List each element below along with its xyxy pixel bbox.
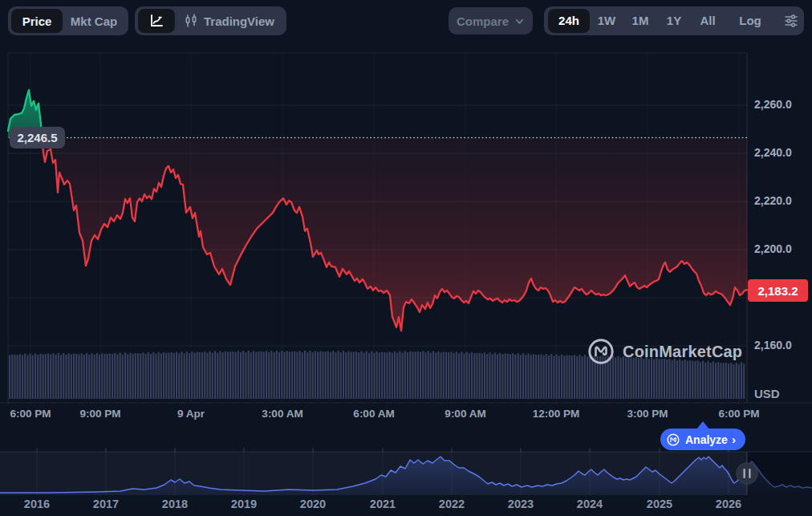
y-axis-tick: 2,200.0 <box>754 242 810 255</box>
minimap-year-tick: 2026 <box>716 498 741 510</box>
y-axis-tick: 2,240.0 <box>754 146 810 159</box>
x-axis-tick: 9 Apr <box>177 408 205 420</box>
analyze-logo-icon <box>666 433 680 447</box>
minimap-drag-handle[interactable] <box>737 463 758 485</box>
x-axis-tick: 12:00 PM <box>533 408 580 420</box>
minimap-year-tick: 2025 <box>647 498 672 510</box>
minimap-year-tick: 2024 <box>577 498 603 510</box>
x-axis-tick: 9:00 PM <box>79 408 120 420</box>
y-axis-tick: 2,220.0 <box>754 194 810 207</box>
analyze-label: Analyze <box>685 433 728 446</box>
coinmarketcap-watermark: CoinMarketCap <box>587 337 742 366</box>
analyze-button[interactable]: Analyze › <box>660 429 745 450</box>
y-axis-tick: 2,160.0 <box>754 339 810 351</box>
open-price-label: 2,246.5 <box>10 127 65 148</box>
x-axis-tick: 3:00 PM <box>627 408 668 420</box>
open-price-value: 2,246.5 <box>17 131 57 144</box>
watermark-text: CoinMarketCap <box>623 343 742 361</box>
minimap-year-tick: 2017 <box>93 498 119 510</box>
y-axis-tick: 2,260.0 <box>754 98 810 111</box>
last-price-badge: 2,183.2 <box>748 279 808 302</box>
analyze-chevron-icon: › <box>732 433 736 446</box>
x-axis-tick: 6:00 PM <box>718 408 759 420</box>
x-axis-tick: 6:00 AM <box>353 408 394 420</box>
minimap-year-tick: 2018 <box>162 498 188 510</box>
minimap-year-tick: 2022 <box>439 498 465 510</box>
minimap-year-tick: 2019 <box>231 498 257 510</box>
minimap-year-tick: 2023 <box>508 498 534 510</box>
currency-label: USD <box>754 387 780 400</box>
minimap-year-tick: 2021 <box>370 498 396 510</box>
last-price-value: 2,183.2 <box>757 284 798 298</box>
x-axis-tick: 9:00 AM <box>445 408 485 420</box>
x-axis-tick: 3:00 AM <box>262 408 302 420</box>
coinmarketcap-logo-icon <box>587 337 615 366</box>
minimap-year-tick: 2016 <box>24 498 50 510</box>
minimap-year-tick: 2020 <box>300 498 326 510</box>
price-chart-widget: Price Mkt Cap TradingView Compare <box>0 0 812 516</box>
x-axis-tick: 6:00 PM <box>10 408 51 420</box>
